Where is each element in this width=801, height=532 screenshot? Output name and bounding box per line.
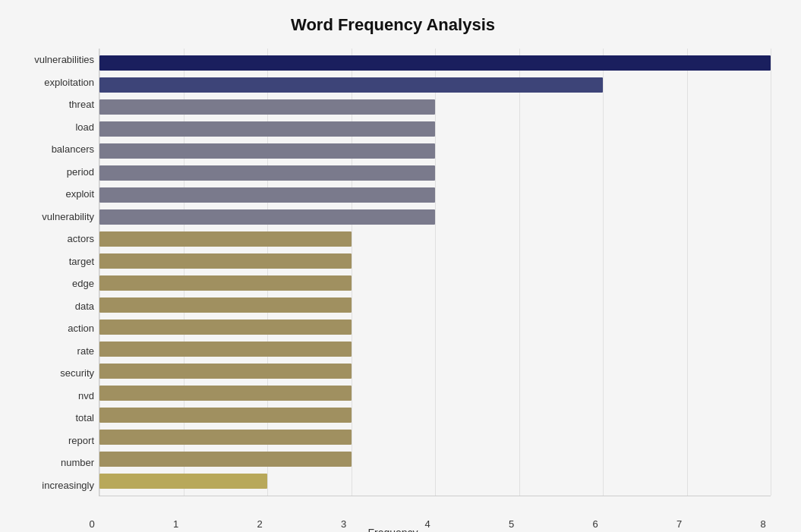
y-label-nvd: nvd <box>15 386 94 405</box>
bar-increasingly <box>99 474 267 489</box>
bar-vulnerability <box>99 209 435 225</box>
grid-line-8 <box>771 49 771 496</box>
bar-row-exploit <box>99 186 771 204</box>
x-tick-8: 8 <box>748 518 778 530</box>
bar-report <box>99 430 352 445</box>
y-label-period: period <box>15 162 94 181</box>
y-label-vulnerability: vulnerability <box>15 206 94 226</box>
bar-load <box>99 121 435 137</box>
bar-action <box>99 320 352 335</box>
x-tick-1: 1 <box>161 518 191 530</box>
bar-vulnerabilities <box>99 55 771 71</box>
x-tick-7: 7 <box>664 518 695 530</box>
plot-area: 012345678 <box>99 49 771 496</box>
bar-number <box>99 452 352 467</box>
x-tick-0: 0 <box>77 518 107 530</box>
bar-balancers <box>99 143 435 159</box>
y-label-exploitation: exploitation <box>15 72 94 92</box>
y-label-actors: actors <box>15 229 94 249</box>
bar-row-increasingly <box>99 472 771 490</box>
bar-row-target <box>99 252 771 270</box>
bar-row-actors <box>99 230 771 248</box>
x-tick-6: 6 <box>580 518 610 530</box>
bar-row-edge <box>99 274 771 292</box>
bar-period <box>99 165 435 181</box>
x-tick-5: 5 <box>497 518 527 530</box>
bar-security <box>99 364 352 379</box>
y-label-edge: edge <box>15 274 94 294</box>
y-label-target: target <box>15 251 94 271</box>
y-label-action: action <box>15 319 94 338</box>
x-axis-title: Frequency <box>15 527 771 532</box>
bar-row-period <box>99 164 771 182</box>
y-label-load: load <box>15 117 94 137</box>
bar-exploitation <box>99 77 603 93</box>
bar-row-security <box>99 362 771 380</box>
x-tick-4: 4 <box>412 518 443 530</box>
bar-row-vulnerability <box>99 208 771 226</box>
y-label-balancers: balancers <box>15 140 94 159</box>
y-label-number: number <box>15 453 94 473</box>
y-label-exploit: exploit <box>15 184 94 204</box>
bar-row-total <box>99 406 771 424</box>
chart-container: Word Frequency Analysis vulnerabilitiese… <box>0 0 801 532</box>
bar-row-threat <box>99 98 771 116</box>
bar-edge <box>99 275 352 291</box>
bar-row-nvd <box>99 384 771 402</box>
y-label-report: report <box>15 430 94 450</box>
bar-row-vulnerabilities <box>99 54 771 72</box>
bar-row-balancers <box>99 142 771 160</box>
bar-row-report <box>99 428 771 446</box>
y-label-increasingly: increasingly <box>15 475 94 495</box>
bar-threat <box>99 99 435 115</box>
y-label-data: data <box>15 296 94 316</box>
y-label-security: security <box>15 364 94 383</box>
bar-row-rate <box>99 340 771 358</box>
bar-target <box>99 253 352 269</box>
bar-row-action <box>99 318 771 336</box>
bar-row-number <box>99 450 771 468</box>
bar-row-exploitation <box>99 76 771 94</box>
bar-nvd <box>99 386 352 401</box>
y-label-vulnerabilities: vulnerabilities <box>15 50 94 70</box>
bar-actors <box>99 231 352 247</box>
bar-row-data <box>99 296 771 314</box>
bar-data <box>99 297 352 313</box>
bar-exploit <box>99 187 435 203</box>
bar-rate <box>99 342 352 357</box>
bar-total <box>99 408 352 423</box>
chart-title: Word Frequency Analysis <box>15 15 771 35</box>
x-tick-2: 2 <box>244 518 275 530</box>
bars-wrapper <box>99 49 771 496</box>
chart-area: vulnerabilitiesexploitationthreatloadbal… <box>15 49 771 496</box>
y-label-rate: rate <box>15 341 94 360</box>
y-label-total: total <box>15 408 94 428</box>
y-axis-labels: vulnerabilitiesexploitationthreatloadbal… <box>15 49 99 496</box>
x-tick-3: 3 <box>329 518 359 530</box>
bar-row-load <box>99 120 771 138</box>
y-label-threat: threat <box>15 95 94 115</box>
